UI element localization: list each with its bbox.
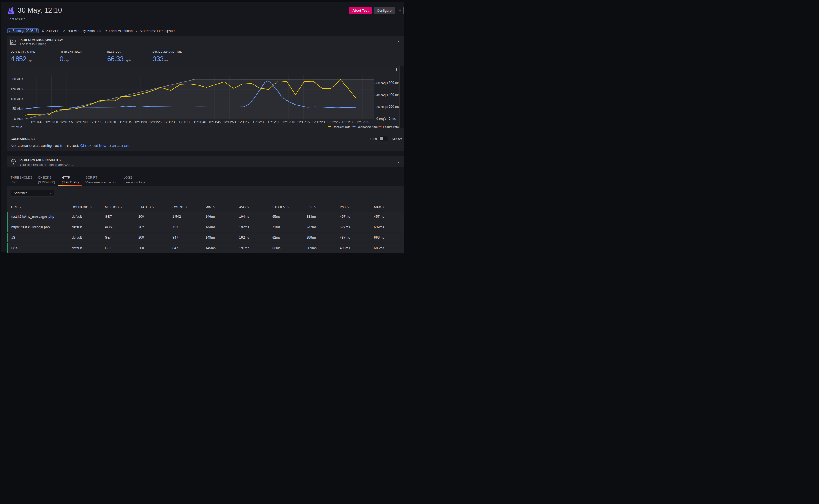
svg-text:k6: k6: [9, 10, 12, 13]
